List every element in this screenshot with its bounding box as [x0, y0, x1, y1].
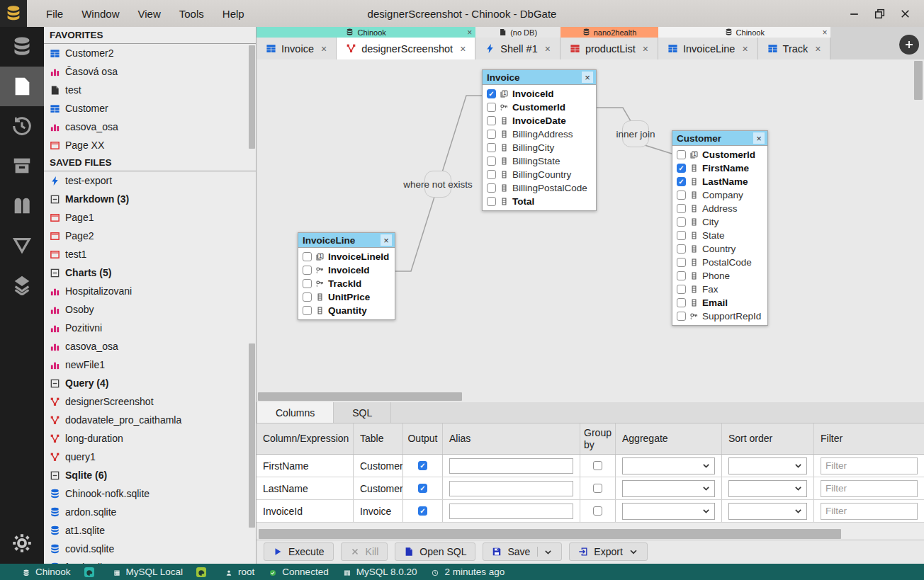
file-list-item[interactable]: at1.sqlite: [44, 521, 256, 540]
designer-column-row[interactable]: Quantity: [298, 304, 395, 317]
column-output-checkbox[interactable]: [487, 183, 496, 193]
group-by-checkbox[interactable]: [593, 461, 602, 470]
tab-group-header[interactable]: nano2health ×: [560, 27, 658, 38]
file-list-item[interactable]: test1: [44, 245, 256, 263]
query-designer-canvas[interactable]: inner join where not exists Invoice × 1 …: [257, 59, 924, 402]
file-list-item[interactable]: casova_osa: [44, 118, 256, 136]
aggregate-select[interactable]: [622, 503, 715, 520]
designer-column-row[interactable]: 1 InvoiceId: [483, 87, 596, 101]
file-list-item[interactable]: test: [44, 81, 256, 99]
sidebar-nav-icon[interactable]: [0, 27, 44, 67]
canvas-hscrollbar[interactable]: [258, 392, 913, 401]
column-output-checkbox[interactable]: [487, 170, 496, 179]
column-output-checkbox[interactable]: [487, 89, 496, 98]
file-list-item[interactable]: Page1: [44, 208, 256, 227]
grid-column-header[interactable]: Output: [403, 423, 443, 454]
designer-column-row[interactable]: State: [672, 229, 767, 242]
designer-column-row[interactable]: Phone: [672, 269, 767, 283]
menu-item[interactable]: Tools: [170, 0, 213, 27]
document-tab[interactable]: Invoice ×: [257, 38, 337, 59]
designer-column-row[interactable]: 1 CustomerId: [672, 148, 767, 161]
document-tab[interactable]: designerScreenshot ×: [337, 38, 475, 59]
designer-table-header[interactable]: Customer ×: [672, 131, 767, 146]
designer-column-row[interactable]: BillingCountry: [483, 168, 596, 181]
sidebar-nav-icon[interactable]: [0, 146, 44, 186]
designer-column-row[interactable]: BillingCity: [483, 141, 596, 154]
grid-column-header[interactable]: Alias: [443, 423, 580, 454]
designer-column-row[interactable]: BillingAddress: [483, 127, 596, 141]
document-tab[interactable]: Shell #1 ×: [475, 38, 560, 59]
document-tab[interactable]: productList ×: [560, 38, 658, 59]
filter-input[interactable]: [821, 480, 918, 497]
panel-tab[interactable]: SQL: [334, 402, 391, 423]
designer-table-header[interactable]: InvoiceLine ×: [298, 233, 395, 248]
column-output-checkbox[interactable]: [303, 252, 312, 261]
alias-input[interactable]: [449, 504, 573, 519]
saved-files-header[interactable]: SAVED FILES: [44, 154, 256, 171]
designer-column-row[interactable]: City: [672, 215, 767, 229]
grid-column-header[interactable]: Table: [354, 423, 403, 454]
close-icon[interactable]: ×: [815, 43, 821, 55]
designer-column-row[interactable]: SupportRepId: [672, 309, 767, 323]
file-list-item[interactable]: designerScreenshot: [44, 392, 256, 411]
new-tab-button[interactable]: [899, 35, 919, 55]
column-output-checkbox[interactable]: [677, 204, 686, 213]
menu-item[interactable]: View: [129, 0, 170, 27]
designer-table-header[interactable]: Invoice ×: [483, 70, 596, 85]
tab-group-header[interactable]: (no DB) ×: [475, 27, 560, 38]
column-output-checkbox[interactable]: [677, 271, 686, 280]
column-output-checkbox[interactable]: [303, 292, 312, 302]
toolbar-button[interactable]: Kill: [341, 542, 388, 561]
close-icon[interactable]: ×: [467, 28, 472, 38]
canvas-vscrollbar[interactable]: [914, 60, 923, 391]
close-icon[interactable]: ×: [582, 72, 593, 83]
document-tab[interactable]: Track ×: [758, 38, 831, 59]
column-output-checkbox[interactable]: [677, 150, 686, 159]
file-list-item[interactable]: Page2: [44, 227, 256, 245]
status-item[interactable]: Connected: [268, 567, 328, 577]
close-icon[interactable]: ×: [381, 234, 392, 246]
document-tab[interactable]: InvoiceLine ×: [658, 38, 758, 59]
close-button[interactable]: [896, 4, 914, 23]
status-item[interactable]: 2 minutes ago: [430, 567, 505, 577]
designer-table[interactable]: Customer × 1 CustomerId FirstName LastNa…: [672, 130, 768, 326]
cell-table[interactable]: Customer: [354, 455, 403, 477]
close-icon[interactable]: ×: [742, 43, 748, 55]
sidebar-nav-icon[interactable]: [0, 225, 44, 265]
column-output-checkbox[interactable]: [677, 298, 686, 307]
column-output-checkbox[interactable]: [303, 279, 312, 288]
sidebar-nav-icon[interactable]: [0, 106, 44, 146]
column-output-checkbox[interactable]: [487, 157, 496, 166]
aggregate-select[interactable]: [622, 480, 715, 497]
cell-column-expression[interactable]: FirstName: [257, 455, 354, 477]
designer-column-row[interactable]: InvoiceDate: [483, 114, 596, 127]
file-list-item[interactable]: Customer: [44, 99, 256, 118]
close-icon[interactable]: ×: [753, 132, 765, 144]
menu-item[interactable]: Window: [72, 0, 128, 27]
designer-column-row[interactable]: Total: [483, 195, 596, 208]
toolbar-button[interactable]: Execute: [264, 542, 334, 561]
file-list-item[interactable]: fond.sqlite: [44, 558, 256, 564]
alias-input[interactable]: [449, 481, 573, 496]
grid-column-header[interactable]: Aggregate: [616, 423, 722, 454]
column-output-checkbox[interactable]: [487, 143, 496, 152]
cell-table[interactable]: Invoice: [354, 500, 403, 522]
toolbar-button[interactable]: Export: [569, 542, 647, 561]
filter-input[interactable]: [821, 503, 918, 520]
designer-column-row[interactable]: UnitPrice: [298, 290, 395, 304]
sort-order-select[interactable]: [728, 480, 807, 497]
column-output-checkbox[interactable]: [677, 231, 686, 240]
toolbar-button[interactable]: Save: [483, 542, 562, 561]
designer-column-row[interactable]: InvoiceId: [298, 263, 395, 277]
join-node[interactable]: inner join: [622, 120, 649, 147]
group-by-checkbox[interactable]: [593, 506, 602, 516]
tab-group-header[interactable]: Chinook ×: [658, 27, 830, 38]
column-output-checkbox[interactable]: [487, 197, 496, 206]
favorites-scrollbar[interactable]: [249, 45, 255, 149]
toolbar-button[interactable]: Open SQL: [395, 542, 475, 561]
close-icon[interactable]: ×: [545, 43, 551, 55]
column-output-checkbox[interactable]: [303, 306, 312, 315]
close-icon[interactable]: ×: [460, 43, 466, 55]
alias-input[interactable]: [449, 458, 573, 474]
file-list-item[interactable]: covid.sqlite: [44, 540, 256, 558]
